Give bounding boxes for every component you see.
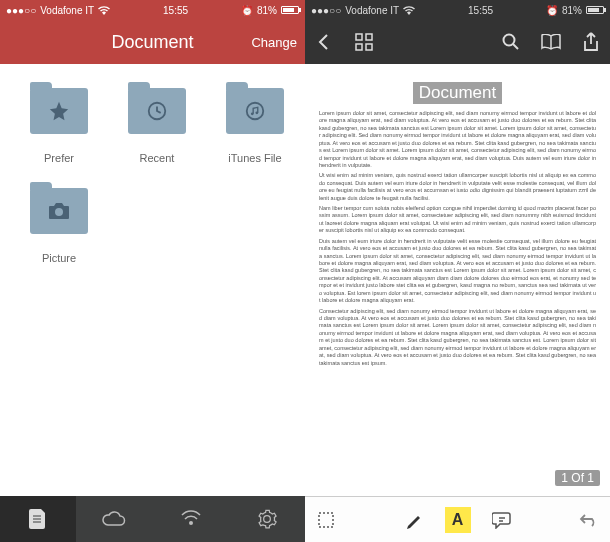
- share-button[interactable]: [580, 31, 602, 53]
- folder-label: iTunes File: [228, 152, 281, 164]
- svg-point-1: [247, 103, 264, 120]
- svg-point-5: [189, 521, 193, 525]
- music-icon: [244, 100, 266, 122]
- change-button[interactable]: Change: [251, 35, 297, 50]
- svg-rect-8: [356, 44, 362, 50]
- svg-point-10: [504, 35, 515, 46]
- left-pane: ●●●○○ Vodafone IT 15:55 ⏰ 81% Document C…: [0, 0, 305, 542]
- tab-documents[interactable]: [0, 496, 76, 542]
- page-indicator: 1 Of 1: [555, 470, 600, 486]
- svg-line-11: [513, 44, 518, 49]
- svg-rect-6: [356, 34, 362, 40]
- search-button[interactable]: [500, 31, 522, 53]
- battery-pct: 81%: [257, 5, 277, 16]
- tab-settings[interactable]: [229, 496, 305, 542]
- clock-icon: [146, 100, 168, 122]
- time-label: 15:55: [468, 5, 493, 16]
- svg-rect-12: [319, 513, 333, 527]
- back-button[interactable]: [313, 31, 335, 53]
- cloud-icon: [102, 511, 126, 527]
- star-icon: [48, 100, 70, 122]
- svg-rect-9: [366, 44, 372, 50]
- right-pane: ●●●○○ Vodafone IT 15:55 ⏰ 81%: [305, 0, 610, 542]
- time-label: 15:55: [163, 5, 188, 16]
- carrier-label: Vodafone IT: [345, 5, 399, 16]
- tab-cloud[interactable]: [76, 496, 152, 542]
- tab-wifi-share[interactable]: [153, 496, 229, 542]
- folder-prefer[interactable]: Prefer: [10, 74, 108, 164]
- book-button[interactable]: [540, 31, 562, 53]
- draw-tool[interactable]: [401, 507, 427, 533]
- folder-itunes[interactable]: iTunes File: [206, 74, 304, 164]
- camera-icon: [47, 201, 71, 221]
- undo-button[interactable]: [576, 507, 602, 533]
- folder-label: Recent: [140, 152, 175, 164]
- wifi-icon: [403, 6, 415, 15]
- gear-icon: [257, 509, 277, 529]
- wifi-icon: [98, 6, 110, 15]
- wifi-share-icon: [180, 510, 202, 528]
- folder-recent[interactable]: Recent: [108, 74, 206, 164]
- highlight-tool[interactable]: A: [445, 507, 471, 533]
- highlight-a-icon: A: [452, 511, 464, 529]
- status-bar-left: ●●●○○ Vodafone IT 15:55 ⏰ 81%: [0, 0, 305, 20]
- battery-icon: [586, 6, 604, 14]
- signal-icon: ●●●○○: [311, 5, 341, 16]
- battery-icon: [281, 6, 299, 14]
- folder-label: Prefer: [44, 152, 74, 164]
- note-tool[interactable]: [489, 507, 515, 533]
- document-viewport[interactable]: Document Lorem ipsum dolor sit amet, con…: [305, 64, 610, 496]
- battery-pct: 81%: [562, 5, 582, 16]
- bottom-tab-bar-left: [0, 496, 305, 542]
- bottom-toolbar-right: A: [305, 496, 610, 542]
- folder-grid: Prefer Recent iTunes File Picture: [0, 64, 305, 496]
- document-icon: [29, 509, 47, 529]
- nav-bar-left: Document Change: [0, 20, 305, 64]
- alarm-icon: ⏰: [546, 5, 558, 16]
- grid-view-button[interactable]: [353, 31, 375, 53]
- signal-icon: ●●●○○: [6, 5, 36, 16]
- page-title: Document: [111, 32, 193, 53]
- svg-point-4: [55, 208, 63, 216]
- select-tool[interactable]: [313, 507, 339, 533]
- nav-bar-right: [305, 20, 610, 64]
- carrier-label: Vodafone IT: [40, 5, 94, 16]
- svg-point-3: [255, 111, 258, 114]
- svg-rect-7: [366, 34, 372, 40]
- status-bar-right: ●●●○○ Vodafone IT 15:55 ⏰ 81%: [305, 0, 610, 20]
- document-body: Lorem ipsum dolor sit amet, consectetur …: [319, 110, 596, 367]
- document-title: Document: [413, 82, 502, 104]
- svg-point-2: [251, 112, 254, 115]
- folder-label: Picture: [42, 252, 76, 264]
- folder-picture[interactable]: Picture: [10, 174, 108, 264]
- alarm-icon: ⏰: [241, 5, 253, 16]
